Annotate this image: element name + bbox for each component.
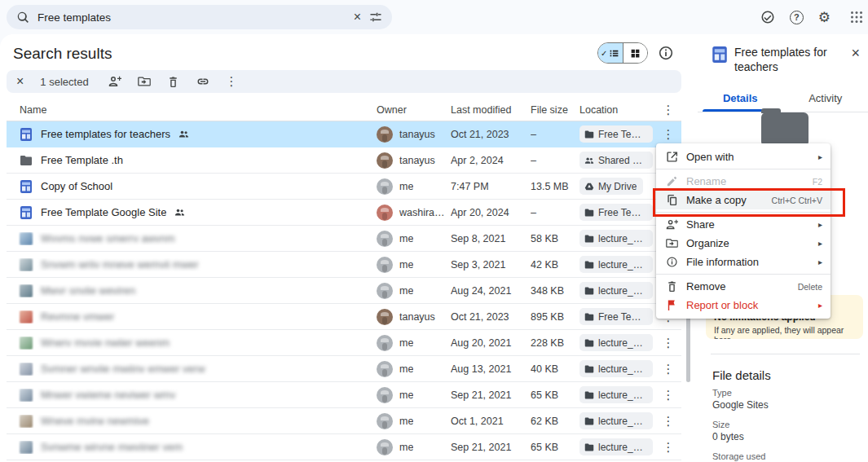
column-header-modified[interactable]: Last modified: [451, 104, 531, 116]
column-settings-icon[interactable]: ⋮: [655, 103, 681, 117]
file-name: Svmner wnviie mwiinv emwer verw: [41, 363, 205, 375]
file-name: Free Template .th: [41, 154, 123, 166]
menu-item-report-or-block[interactable]: Report or block ▸: [656, 296, 831, 315]
menu-item-file-information[interactable]: File information ▸: [656, 253, 831, 271]
location-cell: lecture_641: [579, 256, 655, 273]
column-header-name[interactable]: Name: [7, 104, 377, 116]
menu-item-icon: [666, 299, 678, 311]
owner-cell: me: [377, 283, 451, 299]
topbar-actions: ? ⚙: [760, 9, 857, 26]
settings-icon[interactable]: ⚙: [818, 9, 831, 26]
row-more-icon[interactable]: ⋮: [655, 440, 681, 455]
file-name: Free Template Google Site: [41, 206, 166, 218]
owner-name: me: [399, 363, 413, 375]
table-row[interactable]: Copy of School me 7:47 PM 13.5 MB My Dri…: [7, 174, 681, 200]
location-chip[interactable]: Free Templa...: [579, 308, 653, 325]
location-chip[interactable]: lecture_641: [579, 386, 653, 403]
column-header-owner[interactable]: Owner: [377, 104, 451, 116]
offline-status-icon[interactable]: [760, 10, 775, 24]
menu-item-make-a-copy[interactable]: Make a copy Ctrl+C Ctrl+V ▸: [656, 191, 831, 209]
row-more-icon[interactable]: ⋮: [655, 336, 681, 350]
location-chip[interactable]: lecture_641: [579, 334, 653, 351]
view-details-info-icon[interactable]: [657, 44, 675, 62]
image-thumbnail-icon: [20, 337, 33, 350]
table-row[interactable]: Wvvms nvwe smerrv awvnm me Sep 8, 2021 5…: [7, 226, 681, 252]
submenu-arrow-icon: ▸: [818, 220, 822, 229]
location-chip[interactable]: Free Templa...: [579, 125, 653, 143]
owner-name: tanayus: [399, 129, 435, 140]
table-row[interactable]: Wnerv mvvie nwiier weenm me Aug 20, 2021…: [7, 330, 681, 356]
owner-avatar: [377, 283, 393, 299]
search-bar[interactable]: ×: [7, 5, 392, 29]
location-chip[interactable]: lecture_641: [579, 412, 653, 429]
folder-icon: [584, 364, 594, 374]
row-more-icon[interactable]: ⋮: [655, 127, 681, 142]
folder-icon: [584, 286, 594, 296]
context-menu: Open with ▸ Rename F2 ▸ Make a copy Ctrl…: [656, 143, 831, 319]
row-more-icon[interactable]: ⋮: [655, 388, 681, 403]
file-name: Free templates for teachers: [41, 128, 170, 140]
file-name: Wnerv mvvie nwiier weenm: [41, 337, 170, 349]
table-row[interactable]: Snvwm wriiv mneve wemvii mwer me Sep 3, …: [7, 252, 681, 278]
help-icon[interactable]: ?: [790, 11, 804, 24]
table-row[interactable]: Mwvr snviie weviren me Aug 24, 2021 348 …: [7, 278, 681, 304]
location-label: lecture_641: [598, 259, 646, 271]
location-chip[interactable]: lecture_641: [579, 438, 653, 455]
table-row[interactable]: Mnwer vwieme neviwer wmv me Sep 21, 2021…: [7, 382, 681, 408]
list-view-button[interactable]: ✓: [598, 43, 623, 63]
apps-grid-icon[interactable]: [845, 11, 857, 23]
search-icon[interactable]: [16, 11, 29, 24]
tab-activity[interactable]: Activity: [783, 86, 868, 112]
column-header-size[interactable]: File size: [531, 104, 579, 116]
search-filters-icon[interactable]: [369, 11, 382, 24]
owner-avatar: [377, 413, 393, 429]
field-label: Storage used: [712, 451, 861, 461]
move-folder-icon[interactable]: [138, 75, 151, 88]
folder-icon: [584, 208, 594, 218]
owner-name: washirawan...: [399, 207, 451, 218]
clear-selection-icon[interactable]: ×: [16, 75, 24, 88]
location-chip[interactable]: Free Templa...: [579, 204, 653, 221]
check-icon: ✓: [601, 49, 607, 58]
menu-item-organize[interactable]: Organize ▸: [656, 234, 831, 253]
location-chip[interactable]: lecture_641: [579, 256, 653, 273]
table-row[interactable]: Wneve mvirw newmive me Oct 1, 2021 62 KB…: [7, 408, 681, 434]
table-row[interactable]: Free Template Google Site washirawan... …: [7, 200, 681, 226]
folder-icon: [584, 416, 594, 426]
image-thumbnail-icon: [20, 310, 33, 323]
location-chip[interactable]: My Drive: [579, 178, 643, 195]
menu-item-rename[interactable]: Rename F2 ▸: [656, 172, 831, 191]
toolbar-more-icon[interactable]: ⋮: [226, 74, 238, 89]
location-chip[interactable]: lecture_641: [579, 230, 653, 247]
drive-icon: [584, 182, 594, 191]
copy-link-icon[interactable]: [196, 75, 209, 88]
close-details-icon[interactable]: ×: [851, 46, 860, 60]
owner-cell: me: [377, 439, 451, 455]
location-chip[interactable]: lecture_641: [579, 360, 653, 377]
share-person-add-icon[interactable]: [108, 75, 121, 88]
clear-search-icon[interactable]: ×: [354, 10, 361, 24]
location-chip[interactable]: Shared with ...: [579, 152, 653, 169]
table-row[interactable]: Revmne vmwer tanayus Oct 21, 2023 895 KB…: [7, 304, 681, 330]
menu-item-share[interactable]: Share ▸: [656, 215, 831, 234]
location-label: lecture_641: [598, 363, 646, 375]
preview-thumbnail: [761, 112, 809, 147]
table-row[interactable]: Svnwme wirvne mwviiner vem me Sep 21, 20…: [7, 434, 681, 460]
selected-count-label: 1 selected: [40, 76, 88, 88]
column-header-location[interactable]: Location: [579, 104, 655, 116]
file-size-cell: 228 KB: [531, 337, 579, 349]
table-row[interactable]: Free templates for teachers tanayus Oct …: [7, 121, 681, 147]
file-size-cell: 348 KB: [531, 285, 579, 297]
menu-item-remove[interactable]: Remove Delete ▸: [656, 277, 831, 296]
menu-item-open-with[interactable]: Open with ▸: [656, 147, 831, 166]
location-chip[interactable]: lecture_641: [579, 282, 653, 299]
table-row[interactable]: Free Template .th tanayus Apr 2, 2024 – …: [7, 147, 681, 174]
row-more-icon[interactable]: ⋮: [655, 414, 681, 429]
people-icon: [584, 156, 594, 165]
search-input[interactable]: [37, 11, 346, 24]
table-row[interactable]: Svmner wnviie mwiinv emwer verw me Aug 1…: [7, 356, 681, 382]
trash-icon[interactable]: [167, 75, 180, 88]
row-more-icon[interactable]: ⋮: [655, 362, 681, 376]
location-cell: lecture_641: [579, 334, 655, 351]
grid-view-button[interactable]: [623, 43, 648, 63]
